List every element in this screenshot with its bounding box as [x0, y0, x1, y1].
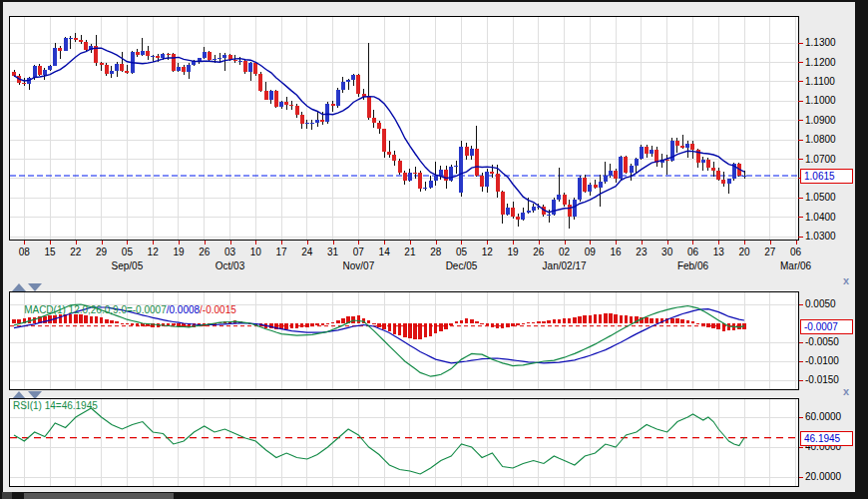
price-axis-label: 1.0400	[805, 212, 836, 223]
price-axis-label: 1.0900	[805, 115, 836, 126]
date-axis-label: 23	[631, 247, 652, 257]
date-axis-label: 22	[65, 247, 87, 257]
date-axis-tick	[616, 241, 617, 245]
date-axis-tick	[179, 241, 180, 245]
date-axis-label: 24	[296, 247, 318, 257]
price-axis-tick	[798, 120, 803, 121]
scrollbar-corner	[2, 492, 12, 499]
date-axis-tick	[102, 241, 103, 245]
price-axis-label: 1.0300	[805, 231, 836, 242]
price-axis-tick	[798, 81, 803, 82]
date-axis-label: 02	[554, 247, 576, 257]
date-axis-label: 19	[168, 247, 190, 257]
date-axis-tick	[565, 241, 566, 245]
price-axis-tick	[798, 43, 803, 44]
price-axis-label: 1.0700	[805, 154, 836, 165]
month-axis-label: Dec/05	[428, 260, 494, 271]
date-axis-label: 09	[579, 247, 601, 257]
date-axis-tick	[590, 241, 591, 245]
rsi-panel[interactable]	[9, 398, 799, 487]
price-axis-tick	[798, 159, 803, 160]
date-axis-label: 10	[244, 247, 266, 257]
date-axis-tick	[461, 241, 462, 245]
month-axis-label: Jan/02/17	[532, 260, 598, 271]
rsi-current-badge: 46.1945	[800, 431, 853, 446]
price-axis-tick	[798, 140, 803, 141]
date-axis-tick	[153, 241, 154, 245]
macd-title: MACD(1) 12.0;26.0;9.0=-0.0007/0.0008/-0.…	[13, 293, 236, 326]
close-icon[interactable]: x	[839, 386, 853, 398]
date-axis-tick	[796, 241, 797, 245]
price-axis-label: 1.1200	[805, 57, 836, 68]
price-chart-panel[interactable]	[9, 16, 799, 241]
macd-current-badge: -0.0007	[800, 319, 853, 334]
date-axis-label: 29	[91, 247, 113, 257]
date-axis-tick	[24, 241, 25, 245]
price-axis-tick	[798, 217, 803, 218]
date-axis-tick	[513, 241, 514, 245]
macd-value-text: MACD(1) 12.0;26.0;9.0=-0.0007	[24, 304, 167, 315]
price-axis-label: 1.0800	[805, 134, 836, 145]
price-axis-tick	[798, 101, 803, 102]
macd-axis-label: -0.0100	[805, 355, 839, 366]
date-axis-tick	[410, 241, 411, 245]
candles	[12, 33, 746, 230]
date-axis-label: 05	[450, 247, 472, 257]
price-axis-tick	[798, 237, 803, 238]
chart-window: EUR/USD , Daily, # 143 / 300, MVG(1) 10=…	[0, 0, 868, 499]
grid	[10, 17, 798, 240]
date-axis-label: 08	[13, 247, 35, 257]
date-axis-label: 26	[194, 247, 216, 257]
date-axis-label: 03	[219, 247, 241, 257]
date-axis-tick	[667, 241, 668, 245]
date-axis-tick	[281, 241, 282, 245]
date-axis-tick	[127, 241, 128, 245]
close-icon[interactable]: x	[839, 275, 853, 287]
date-axis-tick	[718, 241, 719, 245]
date-axis-tick	[255, 241, 256, 245]
price-axis-label: 1.1300	[805, 37, 836, 48]
date-axis-label: 16	[605, 247, 627, 257]
price-axis-label: 1.0500	[805, 192, 836, 203]
horizontal-scrollbar-thumb[interactable]	[24, 493, 174, 499]
signal-value-text: /0.0008	[167, 304, 200, 315]
price-axis-tick	[798, 198, 803, 199]
date-axis-label: 05	[116, 247, 138, 257]
month-axis-label: Feb/06	[659, 260, 725, 271]
candlestick-chart[interactable]	[10, 17, 798, 240]
date-axis-tick	[539, 241, 540, 245]
rsi-title: RSI(1) 14=46.1945	[13, 400, 98, 411]
price-axis-label: 1.1000	[805, 95, 836, 106]
date-axis-tick	[50, 241, 51, 245]
rsi-axis-label: 60.0000	[805, 411, 841, 422]
date-axis-label: 17	[270, 247, 292, 257]
date-axis-label: 12	[142, 247, 164, 257]
date-axis-label: 20	[733, 247, 755, 257]
date-axis-label: 07	[347, 247, 369, 257]
macd-axis-label: -0.0050	[805, 336, 839, 347]
date-axis-label: 27	[759, 247, 781, 257]
date-axis-label: 19	[502, 247, 524, 257]
date-axis-tick	[744, 241, 745, 245]
date-axis-label: 13	[707, 247, 729, 257]
date-axis-tick	[770, 241, 771, 245]
date-axis-label: 06	[681, 247, 703, 257]
date-axis-tick	[307, 241, 308, 245]
month-axis-label: Mar/06	[763, 260, 829, 271]
date-axis-tick	[384, 241, 385, 245]
panel-up-button[interactable]	[12, 283, 26, 291]
date-axis-label: 30	[656, 247, 678, 257]
price-axis-tick	[798, 62, 803, 63]
current-price-badge: 1.0615	[800, 169, 853, 184]
month-axis-label: Sep/05	[94, 260, 160, 271]
date-axis-tick	[205, 241, 206, 245]
date-axis-label: 28	[425, 247, 447, 257]
rsi-axis-label: 20.0000	[805, 471, 841, 482]
rsi-chart[interactable]	[10, 399, 798, 486]
date-axis-tick	[436, 241, 437, 245]
price-axis-label: 1.1100	[805, 76, 835, 87]
date-axis-label: 06	[785, 247, 807, 257]
date-axis-tick	[487, 241, 488, 245]
panel-down-button[interactable]	[28, 283, 42, 291]
month-axis-label: Oct/03	[198, 260, 263, 271]
